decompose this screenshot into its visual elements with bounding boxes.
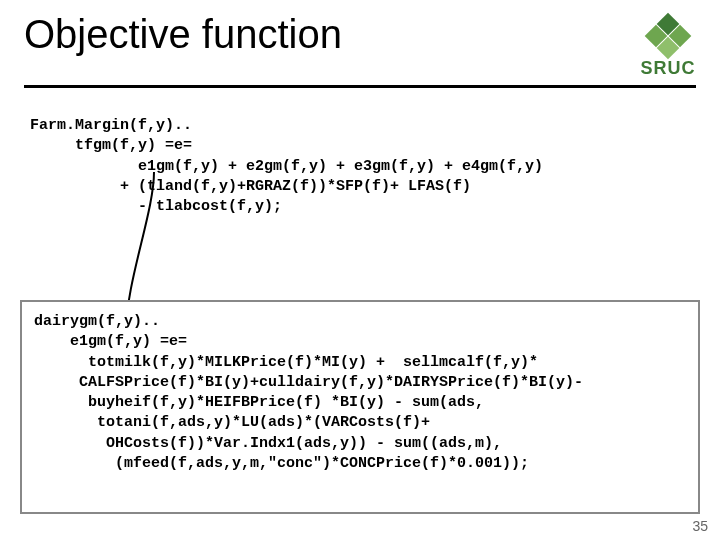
page-number: 35 [692, 518, 708, 534]
slide: Objective function SRUC Farm.Margin(f,y)… [0, 0, 720, 540]
code-text: Farm.Margin(f,y).. tfgm(f,y) =e= e1gm(f,… [30, 117, 543, 215]
code-block-dairygm: dairygm(f,y).. e1gm(f,y) =e= totmilk(f,y… [34, 312, 686, 540]
logo-diamond-icon [640, 16, 696, 56]
sruc-logo: SRUC [640, 16, 696, 79]
logo-text: SRUC [640, 58, 695, 79]
code-text: dairygm(f,y).. e1gm(f,y) =e= totmilk(f,y… [34, 313, 583, 472]
code-block-panel: dairygm(f,y).. e1gm(f,y) =e= totmilk(f,y… [20, 300, 700, 514]
slide-title: Objective function [24, 12, 342, 57]
header: Objective function SRUC [0, 0, 720, 79]
